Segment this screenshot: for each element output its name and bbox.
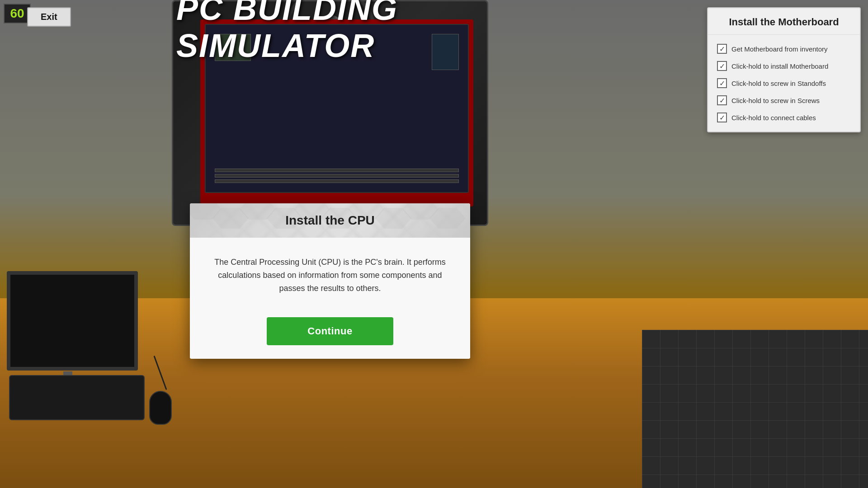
checklist-panel: Install the Motherboard ✓Get Motherboard…	[707, 7, 861, 132]
modal-body: The Central Processing Unit (CPU) is the…	[190, 238, 470, 317]
checklist-item-1: ✓Get Motherboard from inventory	[715, 40, 853, 57]
checklist-item-5: ✓Click-hold to connect cables	[715, 109, 853, 126]
checklist-items: ✓Get Motherboard from inventory✓Click-ho…	[708, 35, 860, 131]
mb-slot-3	[215, 179, 459, 183]
monitor-screen	[7, 271, 138, 371]
modal-description: The Central Processing Unit (CPU) is the…	[208, 256, 452, 295]
checklist-label-3: Click-hold to screw in Standoffs	[731, 80, 826, 87]
checkbox-4: ✓	[717, 95, 727, 105]
checklist-label-2: Click-hold to install Motherboard	[731, 62, 828, 70]
checklist-item-3: ✓Click-hold to screw in Standoffs	[715, 75, 853, 92]
modal-header: Install the CPU	[190, 203, 470, 238]
checklist-label-5: Click-hold to connect cables	[731, 114, 816, 122]
modal-footer: Continue	[190, 317, 470, 359]
modal-title: Install the CPU	[201, 213, 459, 228]
keyboard	[9, 375, 145, 420]
timer-badge: 60	[4, 4, 31, 23]
checkbox-2: ✓	[717, 61, 727, 71]
checkbox-5: ✓	[717, 113, 727, 122]
modal-dialog: Install the CPU The Central Processing U…	[190, 203, 470, 359]
mb-slots	[215, 169, 459, 183]
checkbox-1: ✓	[717, 44, 727, 54]
mouse	[149, 391, 172, 425]
checklist-item-4: ✓Click-hold to screw in Screws	[715, 92, 853, 109]
checklist-label-4: Click-hold to screw in Screws	[731, 97, 820, 104]
game-title-area: PC BUILDINGSIMULATOR	[203, 0, 371, 54]
checklist-label-1: Get Motherboard from inventory	[731, 45, 828, 53]
checklist-item-2: ✓Click-hold to install Motherboard	[715, 57, 853, 75]
game-title-text: PC BUILDINGSIMULATOR	[176, 0, 398, 64]
exit-button[interactable]: Exit	[27, 7, 71, 27]
checkbox-3: ✓	[717, 78, 727, 88]
mb-slot-1	[215, 169, 459, 172]
mb-detail-io	[432, 34, 459, 70]
checklist-title: Install the Motherboard	[708, 8, 860, 35]
grid-mat	[642, 330, 868, 488]
continue-button[interactable]: Continue	[267, 317, 393, 345]
mb-slot-2	[215, 174, 459, 178]
